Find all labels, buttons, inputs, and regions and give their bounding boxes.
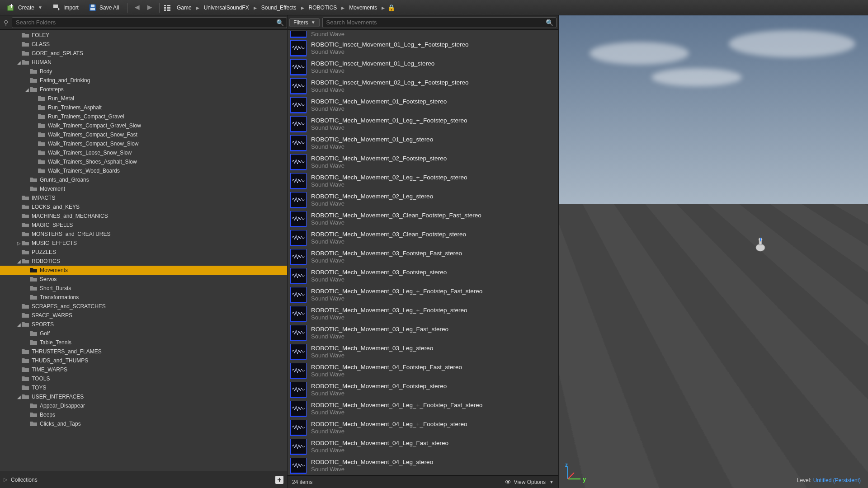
folder-tree-item[interactable]: Clicks_and_Taps [0,419,287,428]
folder-tree-item[interactable]: MONSTERS_and_CREATURES [0,230,287,239]
asset-search-input[interactable] [326,19,544,26]
folder-tree-item[interactable]: THUDS_and_THUMPS [0,356,287,365]
chevron-down-icon[interactable]: ◢ [16,259,22,264]
list-item[interactable]: ROBOTIC_Mech_Movement_02_Leg_stereoSound… [288,191,558,210]
folder-tree-item[interactable]: Golf [0,329,287,338]
list-item[interactable]: ROBOTIC_Mech_Movement_03_Clean_Footstep_… [288,210,558,229]
list-item[interactable]: ROBOTIC_Insect_Movement_01_Leg_+_Footste… [288,39,558,58]
list-item[interactable]: ROBOTIC_Insect_Movement_02_Leg_+_Footste… [288,77,558,96]
folder-tree-item[interactable]: Run_Trainers_Asphalt [0,103,287,112]
folder-tree-item[interactable]: GORE_and_SPLATS [0,49,287,58]
folder-tree-item[interactable]: THRUSTERS_and_FLAMES [0,347,287,356]
folder-tree-item[interactable]: PUZZLES [0,248,287,257]
list-item[interactable]: ROBOTIC_Mech_Movement_03_Footstep_stereo… [288,267,558,286]
folder-tree-item[interactable]: ◢HUMAN [0,58,287,67]
folder-tree-item[interactable]: Movements [0,266,287,275]
folder-tree-item[interactable]: Walk_Trainers_Shoes_Asphalt_Slow [0,157,287,166]
folder-icon [22,231,29,237]
breadcrumb-item[interactable]: Movements [347,4,379,12]
level-viewport[interactable]: z y Level: Untitled (Persistent) [559,15,868,488]
breadcrumb-item[interactable]: Sound_Effects [259,4,298,12]
folder-tree-item[interactable]: TOYS [0,383,287,392]
folder-tree-item[interactable]: Walk_Trainers_Loose_Snow_Slow [0,148,287,157]
lock-icon[interactable]: 🔒 [387,4,395,11]
folder-tree-item[interactable]: Walk_Trainers_Compact_Snow_Slow [0,139,287,148]
folder-tree-item[interactable]: SCRAPES_and_SCRATCHES [0,302,287,311]
chevron-down-icon[interactable]: ◢ [24,87,30,92]
filter-icon[interactable]: ⚲ [2,19,10,26]
folder-tree-item[interactable]: TIME_WARPS [0,365,287,374]
folder-tree-item[interactable]: Table_Tennis [0,338,287,347]
folder-tree-item[interactable]: SPACE_WARPS [0,311,287,320]
nav-forward-button[interactable]: ► [144,3,156,12]
folder-tree[interactable]: FOLEYGLASSGORE_and_SPLATS◢HUMANBodyEatin… [0,30,287,471]
folder-tree-item[interactable]: ◢Footsteps [0,85,287,94]
folder-tree-item[interactable]: FOLEY [0,31,287,40]
list-item[interactable]: ROBOTIC_Insect_Movement_01_Leg_stereoSou… [288,58,558,77]
folder-tree-item[interactable]: Servos [0,275,287,284]
list-item[interactable]: ROBOTIC_Mech_Movement_02_Footstep_stereo… [288,153,558,172]
folder-tree-item[interactable]: Walk_Trainers_Compact_Gravel_Slow [0,121,287,130]
folder-tree-item[interactable]: Beeps [0,410,287,419]
folder-tree-item[interactable]: Body [0,67,287,76]
folder-tree-item[interactable]: Transformations [0,293,287,302]
list-item[interactable]: ROBOTIC_Mech_Movement_01_Footstep_stereo… [288,96,558,115]
import-button[interactable]: Import [48,2,83,14]
list-item[interactable]: ROBOTIC_Mech_Movement_04_Leg_+_Footstep_… [288,418,558,437]
chevron-down-icon[interactable]: ◢ [16,394,22,399]
chevron-right-icon[interactable]: ▷ [16,241,22,246]
folder-tree-item[interactable]: Grunts_and_Groans [0,175,287,184]
list-item[interactable]: ROBOTIC_Mech_Movement_02_Leg_+_Footstep_… [288,172,558,191]
list-item[interactable]: ROBOTIC_Mech_Movement_01_Leg_stereoSound… [288,134,558,153]
chevron-down-icon[interactable]: ◢ [16,60,22,65]
list-item[interactable]: ROBOTIC_Mech_Movement_03_Leg_+_Footstep_… [288,305,558,324]
folder-search-box[interactable]: 🔍 [12,17,287,28]
save-all-button[interactable]: Save All [84,2,123,14]
folder-tree-item[interactable]: TOOLS [0,374,287,383]
create-button[interactable]: Create ▼ [3,2,47,14]
nav-back-button[interactable]: ◄ [131,3,143,12]
folder-tree-item[interactable]: Appear_Disappear [0,401,287,410]
folder-tree-item[interactable]: Movement [0,184,287,193]
folder-tree-item[interactable]: Walk_Trainers_Wood_Boards [0,166,287,175]
collections-bar[interactable]: ▷ Collections + [0,471,287,488]
breadcrumb-item[interactable]: Game [175,4,193,12]
asset-list[interactable]: Sound WaveROBOTIC_Insect_Movement_01_Leg… [288,30,558,475]
folder-tree-item[interactable]: MAGIC_SPELLS [0,221,287,230]
list-item[interactable]: ROBOTIC_Mech_Movement_04_Leg_Fast_stereo… [288,437,558,456]
folder-tree-item[interactable]: GLASS [0,40,287,49]
folder-tree-item[interactable]: LOCKS_and_KEYS [0,202,287,211]
folder-tree-item[interactable]: Run_Trainers_Compact_Gravel [0,112,287,121]
list-item[interactable]: ROBOTIC_Mech_Movement_03_Clean_Footstep_… [288,229,558,248]
folder-tree-item[interactable]: Walk_Trainers_Compact_Snow_Fast [0,130,287,139]
breadcrumb-item[interactable]: ROBOTICS [307,4,339,12]
folder-tree-item[interactable]: MACHINES_and_MECHANICS [0,211,287,221]
folder-tree-item[interactable]: ◢USER_INTERFACES [0,392,287,401]
folder-tree-item[interactable]: ◢SPORTS [0,320,287,329]
list-item[interactable]: ROBOTIC_Mech_Movement_04_Footstep_stereo… [288,380,558,399]
list-item[interactable]: ROBOTIC_Mech_Movement_04_Leg_stereoSound… [288,456,558,475]
path-root-icon[interactable] [163,4,171,12]
folder-icon [38,150,45,155]
list-item[interactable]: ROBOTIC_Mech_Movement_03_Leg_stereoSound… [288,343,558,361]
folder-tree-item[interactable]: IMPACTS [0,193,287,202]
asset-search-box[interactable]: 🔍 [322,17,557,28]
breadcrumb-item[interactable]: UniversalSoundFX [202,4,251,12]
list-item[interactable]: ROBOTIC_Mech_Movement_03_Footstep_Fast_s… [288,248,558,267]
add-collection-button[interactable]: + [275,476,283,484]
filters-button[interactable]: Filters ▼ [289,18,320,27]
folder-tree-item[interactable]: ▷MUSIC_EFFECTS [0,239,287,248]
folder-tree-item[interactable]: Eating_and_Drinking [0,76,287,85]
view-options-button[interactable]: 👁 View Options ▼ [505,479,554,486]
folder-tree-item[interactable]: Short_Bursts [0,284,287,293]
chevron-down-icon[interactable]: ◢ [16,322,22,327]
folder-search-input[interactable] [16,19,275,26]
folder-tree-item[interactable]: Run_Metal [0,94,287,103]
list-item[interactable]: ROBOTIC_Mech_Movement_04_Leg_+_Footstep_… [288,399,558,418]
list-item[interactable]: ROBOTIC_Mech_Movement_04_Footstep_Fast_s… [288,361,558,380]
list-item[interactable]: ROBOTIC_Mech_Movement_01_Leg_+_Footstep_… [288,115,558,134]
list-item[interactable]: Sound Wave [288,30,558,39]
list-item[interactable]: ROBOTIC_Mech_Movement_03_Leg_+_Footstep_… [288,286,558,305]
folder-tree-item[interactable]: ◢ROBOTICS [0,257,287,266]
list-item[interactable]: ROBOTIC_Mech_Movement_03_Leg_Fast_stereo… [288,324,558,343]
